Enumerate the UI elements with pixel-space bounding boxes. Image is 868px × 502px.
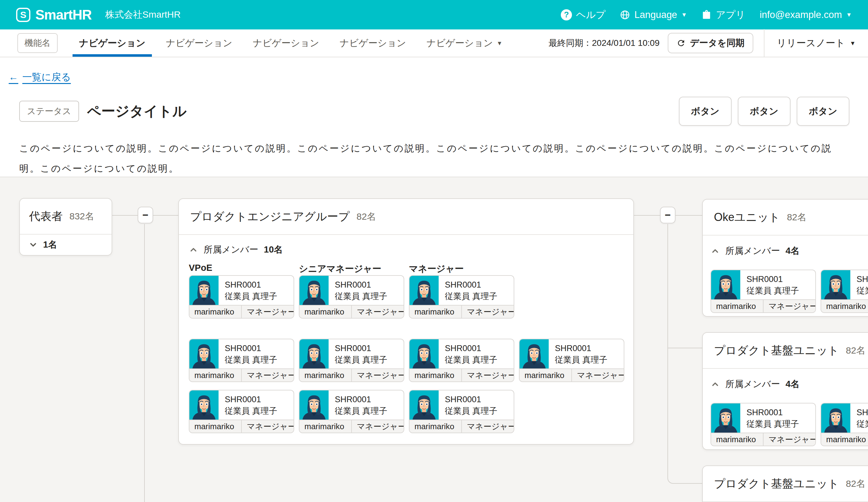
- employee-card[interactable]: SHR0001 従業員 真理子 marimariko マネージャー: [409, 339, 514, 382]
- employee-card[interactable]: SHR0001 従業員 真理子 marimariko マネージャー: [299, 339, 404, 382]
- avatar-illustration-icon: [299, 339, 329, 368]
- member-row: SHR0001 従業員 真理子 marimariko マネージャー: [189, 390, 623, 433]
- employee-username: marimariko: [711, 433, 764, 446]
- employee-info: SHR0001 従業員 真理子: [549, 339, 608, 368]
- sync-data-label: データを同期: [690, 37, 745, 49]
- employee-card[interactable]: SHR0001 従業員 真理子 marimariko マネージャー: [711, 270, 816, 313]
- employee-card[interactable]: SHR0001 従業員 真理子 marimariko マネージャー: [711, 403, 816, 446]
- employee-username: marimariko: [410, 420, 462, 432]
- employee-code: SHR0001: [746, 407, 799, 418]
- employee-card-footer: marimariko マネージャー: [410, 305, 514, 318]
- help-icon: ?: [561, 9, 572, 20]
- back-row: ← 一覧に戻る: [9, 71, 71, 84]
- language-menu-item[interactable]: Language ▼: [620, 9, 687, 20]
- group-node-card[interactable]: プロダクトエンジニアグループ 82名 所属メンバー 10名 VPoE シニアマネ…: [178, 198, 634, 445]
- apps-menu-item[interactable]: アプリ: [701, 8, 745, 21]
- sync-data-button[interactable]: データを同期: [668, 33, 753, 53]
- employee-card[interactable]: SHR0001 従業員 真理子 marimariko マネージャー: [409, 275, 514, 318]
- employee-card[interactable]: SHR0001 従業員 真理子 marimariko マネージャー: [820, 403, 868, 446]
- employee-card-top: SHR0001 従業員 真理子: [189, 276, 293, 305]
- release-notes-dropdown[interactable]: リリースノート ▼: [764, 36, 868, 50]
- members-label: 所属メンバー: [725, 378, 780, 390]
- nav-tab-3[interactable]: ナビゲーション: [242, 30, 329, 57]
- employee-username: marimariko: [711, 300, 764, 312]
- employee-avatar: [821, 404, 850, 432]
- action-button-3[interactable]: ボタン: [797, 97, 849, 126]
- root-node-title: 代表者: [29, 209, 63, 224]
- avatar-illustration-icon: [189, 390, 218, 420]
- employee-card-top: SHR0001 従業員 真理子: [410, 339, 514, 368]
- back-to-list-link[interactable]: ← 一覧に戻る: [9, 71, 71, 84]
- employee-role: マネージャー: [764, 433, 815, 446]
- unit-node-card-1[interactable]: Okeユニット 82名 所属メンバー 4名: [702, 199, 868, 317]
- employee-info: SHR0001 従業員 真理子: [740, 270, 799, 299]
- employee-card-top: SHR0001 従業員 真理子: [189, 339, 293, 368]
- group-node-count: 82名: [356, 210, 376, 223]
- collapse-button-left[interactable]: −: [138, 207, 153, 223]
- employee-card[interactable]: SHR0001 従業員 真理子 marimariko マネージャー: [189, 275, 294, 318]
- members-count: 10名: [264, 243, 283, 256]
- nav-tab-label: ナビゲーション: [253, 37, 319, 50]
- avatar-illustration-icon: [299, 390, 329, 420]
- root-node-header: 代表者 832名: [20, 199, 112, 234]
- employee-username: marimariko: [519, 369, 572, 381]
- unit-node-body: 所属メンバー 4名: [703, 236, 868, 313]
- account-email: info@example.com: [760, 9, 842, 20]
- root-node-expander[interactable]: 1名: [20, 234, 112, 255]
- unit-node-count: 82名: [846, 478, 866, 490]
- release-notes-label: リリースノート: [777, 36, 845, 50]
- avatar-illustration-icon: [711, 270, 740, 299]
- employee-name: 従業員 真理子: [335, 354, 388, 366]
- account-menu-item[interactable]: info@example.com ▼: [760, 9, 852, 20]
- employee-card[interactable]: SHR0001 従業員 真理子 marimariko マネージャー: [409, 390, 514, 433]
- employee-card-footer: marimariko マネージャー: [189, 305, 293, 318]
- refresh-icon: [676, 39, 686, 48]
- employee-name: 従業員 真理子: [746, 418, 799, 430]
- nav-tab-4[interactable]: ナビゲーション: [330, 30, 416, 57]
- role-label: VPoE: [189, 263, 294, 274]
- nav-tab-5-dropdown[interactable]: ナビゲーション ▼: [416, 30, 513, 57]
- employee-name: 従業員 真理子: [225, 405, 278, 417]
- employee-avatar: [519, 339, 549, 368]
- connector-branch: [668, 348, 702, 348]
- employee-card[interactable]: SHR0001 従業員 真理子 marimariko マネージャー: [519, 339, 624, 382]
- employee-card[interactable]: SHR0001 従業員 真理子 marimariko マネージャー: [299, 390, 404, 433]
- nav-tab-2[interactable]: ナビゲーション: [156, 30, 242, 57]
- action-button-2[interactable]: ボタン: [738, 97, 790, 126]
- collapse-button-right[interactable]: −: [660, 207, 675, 223]
- employee-info: SHR0001 従業員 真理子: [218, 390, 278, 420]
- employee-card[interactable]: SHR0001 従業員 真理子 marimariko マネージャー: [299, 275, 404, 318]
- employee-avatar: [711, 404, 740, 432]
- employee-card-footer: marimariko マネージャー: [711, 299, 815, 312]
- unit-node-title: Okeユニット: [714, 210, 780, 225]
- root-node-card[interactable]: 代表者 832名 1名: [19, 198, 112, 255]
- employee-card-top: SHR0001 従業員 真理子: [299, 339, 404, 368]
- employee-name: 従業員 真理子: [445, 291, 497, 302]
- members-section-toggle[interactable]: 所属メンバー 4名: [711, 378, 868, 390]
- nav-tab-label: ナビゲーション: [79, 37, 145, 50]
- members-section-toggle[interactable]: 所属メンバー 10名: [189, 243, 623, 256]
- employee-card[interactable]: SHR0001 従業員 真理子 marimariko マネージャー: [189, 390, 294, 433]
- employee-code: SHR0001: [335, 343, 388, 354]
- page-header: ステータス ページタイトル ボタン ボタン ボタン: [19, 97, 849, 126]
- root-expander-count: 1名: [43, 239, 57, 251]
- role-label: シニアマネージャー: [299, 263, 404, 274]
- unit-node-card-2[interactable]: プロダクト基盤ユニット 82名 所属メンバー 4名: [702, 332, 868, 450]
- role-label: マネージャー: [409, 263, 514, 274]
- smarthr-logo-icon: S: [16, 8, 30, 22]
- help-menu-item[interactable]: ? ヘルプ: [561, 8, 606, 21]
- employee-name: 従業員 真理子: [225, 354, 278, 366]
- employee-card[interactable]: SHR0001 従業員 真理子 marimariko マネージャー: [820, 270, 868, 313]
- unit-node-title: プロダクト基盤ユニット: [714, 476, 839, 491]
- nav-tab-label: ナビゲーション: [426, 37, 493, 50]
- action-button-1[interactable]: ボタン: [679, 97, 732, 126]
- nav-items: ナビゲーション ナビゲーション ナビゲーション ナビゲーション ナビゲーション …: [69, 30, 513, 57]
- members-section-toggle[interactable]: 所属メンバー 4名: [711, 245, 868, 257]
- employee-card-footer: marimariko マネージャー: [410, 420, 514, 432]
- unit-node-card-3[interactable]: プロダクト基盤ユニット 82名: [702, 466, 868, 502]
- employee-card[interactable]: SHR0001 従業員 真理子 marimariko マネージャー: [189, 339, 294, 382]
- page-description: このページについての説明。このページについての説明。このページについての説明。こ…: [19, 138, 838, 178]
- smarthr-logo[interactable]: S SmartHR: [16, 7, 92, 23]
- nav-tab-1[interactable]: ナビゲーション: [69, 30, 156, 57]
- employee-avatar: [299, 276, 329, 305]
